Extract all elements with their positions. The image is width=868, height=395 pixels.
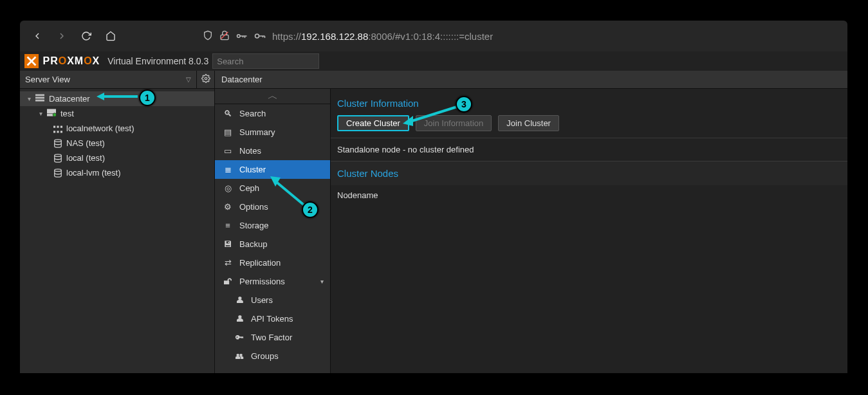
nav-summary[interactable]: ▤Summary <box>215 123 330 142</box>
nav-ceph[interactable]: ◎Ceph <box>215 179 330 197</box>
config-nav: ︿ 🔍︎Search ▤Summary ▭Notes ≣Cluster ◎Cep… <box>215 89 331 373</box>
nav-label: API Tokens <box>251 314 293 324</box>
nav-two-factor[interactable]: 🔑︎Two Factor <box>215 328 330 347</box>
nav-back-button[interactable] <box>28 26 47 46</box>
url-bar[interactable]: https://192.168.122.88:8006/#v1:0:18:4::… <box>203 30 493 42</box>
view-selector[interactable]: Server View ▽ <box>20 71 196 89</box>
svg-rect-12 <box>35 94 44 96</box>
tree-item-storage[interactable]: NAS (test) <box>20 136 214 151</box>
key-icon: 🔑︎ <box>234 333 245 342</box>
server-icon <box>35 94 45 104</box>
nav-label: Summary <box>239 127 275 137</box>
gear-icon <box>201 74 210 86</box>
nav-permissions[interactable]: 🔓︎Permissions▾ <box>215 272 330 291</box>
users-icon: 👥︎ <box>234 351 245 361</box>
caret-down-icon: ▾ <box>28 95 31 102</box>
nav-users[interactable]: 👤︎Users <box>215 291 330 309</box>
nav-label: Users <box>251 295 273 305</box>
chevron-down-icon: ▾ <box>320 278 324 285</box>
note-icon: ▭ <box>223 146 233 156</box>
tree-item-label: NAS (test) <box>66 138 105 148</box>
svg-point-25 <box>55 154 62 157</box>
nav-cluster[interactable]: ≣Cluster <box>215 160 330 179</box>
replication-icon: ⇄ <box>223 258 233 268</box>
breadcrumb: Datacenter <box>215 71 847 89</box>
nodename-column-header: Nodename <box>331 185 847 205</box>
user-icon: 👤︎ <box>234 314 245 324</box>
user-icon: 👤︎ <box>234 295 245 305</box>
annotation-marker-2: 2 <box>302 201 319 218</box>
svg-rect-18 <box>53 125 55 127</box>
cluster-icon: ≣ <box>223 165 233 174</box>
view-selector-label: Server View <box>25 75 70 84</box>
tree-item-storage[interactable]: localnetwork (test) <box>20 121 214 136</box>
nav-label: Backup <box>239 239 267 249</box>
database-icon <box>53 168 62 178</box>
tree-item-node[interactable]: ▾ test <box>20 106 214 121</box>
top-search-input[interactable]: Search <box>212 53 319 69</box>
database-icon <box>53 138 62 149</box>
nav-backup[interactable]: 💾︎Backup <box>215 235 330 253</box>
svg-point-17 <box>53 113 56 116</box>
join-cluster-button[interactable]: Join Cluster <box>498 115 559 131</box>
unlock-icon: 🔓︎ <box>223 277 233 286</box>
nav-storage[interactable]: ≡Storage <box>215 216 330 235</box>
database-icon: ≡ <box>223 221 233 230</box>
nav-label: Replication <box>239 258 281 268</box>
cluster-status-text: Standalone node - no cluster defined <box>331 138 847 161</box>
app-logo[interactable]: PROXMOX <box>20 51 104 71</box>
version-label: Virtual Environment 8.0.3 <box>107 56 208 66</box>
nav-groups[interactable]: 👥︎Groups <box>215 347 330 365</box>
chevron-down-icon: ▽ <box>186 76 191 83</box>
annotation-marker-3: 3 <box>456 96 472 113</box>
tree-settings-button[interactable] <box>196 71 214 89</box>
save-icon: 💾︎ <box>223 239 233 249</box>
nav-label: Options <box>239 202 268 212</box>
tree-item-label: local-lvm (test) <box>66 168 121 178</box>
svg-rect-19 <box>57 125 59 127</box>
create-cluster-button[interactable]: Create Cluster <box>337 115 409 131</box>
tree-item-storage[interactable]: local (test) <box>20 151 214 165</box>
cluster-info-title: Cluster Information <box>331 89 847 115</box>
tree-item-label: localnetwork (test) <box>66 124 134 133</box>
svg-rect-13 <box>35 97 44 99</box>
nav-api-tokens[interactable]: 👤︎API Tokens <box>215 309 330 328</box>
caret-down-icon: ▾ <box>39 110 42 117</box>
browser-chrome: https://192.168.122.88:8006/#v1:0:18:4::… <box>20 21 847 51</box>
logo-x-icon <box>24 53 39 69</box>
node-icon <box>46 109 57 118</box>
svg-point-26 <box>55 169 62 172</box>
collapse-nav-button[interactable]: ︿ <box>215 89 330 104</box>
tree-item-label: Datacenter <box>49 94 90 104</box>
join-information-button: Join Information <box>416 115 492 131</box>
nav-label: Cluster <box>239 165 266 174</box>
tree-item-datacenter[interactable]: ▾ Datacenter <box>20 91 214 106</box>
tree-item-storage[interactable]: local-lvm (test) <box>20 165 214 180</box>
nav-notes[interactable]: ▭Notes <box>215 142 330 160</box>
content-panel: Cluster Information Create Cluster Join … <box>331 89 847 373</box>
svg-point-11 <box>205 77 207 80</box>
gear-icon: ⚙ <box>223 202 233 212</box>
url-text: https://192.168.122.88:8006/#v1:0:18:4::… <box>272 31 493 42</box>
nav-forward-button[interactable] <box>52 26 71 46</box>
svg-point-24 <box>55 140 62 142</box>
book-icon: ▤ <box>223 127 233 137</box>
shield-icon <box>203 30 213 42</box>
svg-rect-21 <box>53 131 55 133</box>
lock-warn-icon <box>219 30 230 42</box>
nav-replication[interactable]: ⇄Replication <box>215 253 330 272</box>
nav-search[interactable]: 🔍︎Search <box>215 104 330 123</box>
svg-rect-14 <box>35 100 44 102</box>
nav-reload-button[interactable] <box>77 26 96 46</box>
logo-text: PROXMOX <box>39 55 100 67</box>
nav-label: Notes <box>239 146 261 156</box>
svg-rect-20 <box>60 125 62 127</box>
tree-item-label: test <box>60 109 74 118</box>
svg-rect-23 <box>60 131 62 133</box>
annotation-marker-1: 1 <box>139 89 156 106</box>
database-icon <box>53 153 62 163</box>
key-icon <box>254 31 266 42</box>
nav-home-button[interactable] <box>101 26 120 46</box>
svg-point-6 <box>255 34 259 38</box>
nav-label: Two Factor <box>251 333 292 342</box>
